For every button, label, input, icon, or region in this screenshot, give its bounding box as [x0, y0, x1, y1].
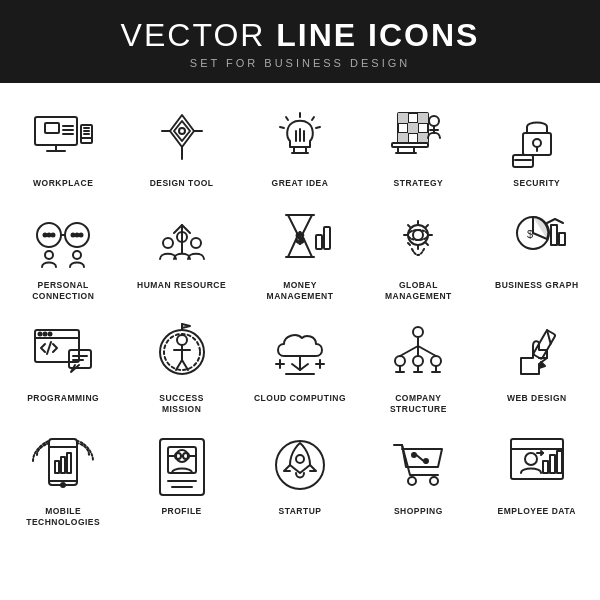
icon-cell-great-idea: GREAT IDEA: [241, 93, 359, 195]
startup-label: STARTUP: [278, 506, 321, 517]
svg-rect-130: [49, 439, 77, 485]
global-management-icon: [382, 203, 454, 275]
icon-cell-success-mission: SUCCESSMISSION: [122, 308, 240, 421]
company-structure-icon: [382, 316, 454, 388]
svg-point-119: [431, 356, 441, 366]
svg-text:$: $: [296, 230, 304, 246]
svg-rect-37: [398, 133, 408, 143]
svg-rect-35: [418, 113, 428, 123]
strategy-label: STRATEGY: [394, 178, 444, 189]
personal-connection-icon: [27, 203, 99, 275]
web-design-icon: [501, 316, 573, 388]
employee-data-icon: [501, 429, 573, 501]
svg-point-99: [177, 335, 187, 345]
svg-line-24: [280, 127, 284, 128]
svg-point-63: [163, 238, 173, 248]
workplace-label: WORKPLACE: [33, 178, 93, 189]
icon-cell-global-management: GLOBALMANAGEMENT: [359, 195, 477, 308]
svg-line-78: [408, 225, 410, 227]
svg-line-81: [408, 243, 410, 245]
svg-rect-134: [55, 461, 59, 473]
strategy-icon: [382, 101, 454, 173]
svg-rect-34: [398, 113, 408, 123]
svg-rect-38: [418, 133, 428, 143]
workplace-icon: [27, 101, 99, 173]
svg-text:$: $: [527, 228, 533, 240]
title-light: VECTOR: [121, 17, 277, 53]
svg-line-22: [286, 117, 288, 120]
success-mission-icon: [146, 316, 218, 388]
icon-cell-human-resource: HUMAN RESOURCE: [122, 195, 240, 308]
svg-rect-136: [67, 453, 71, 473]
svg-rect-1: [45, 123, 59, 133]
svg-point-147: [276, 441, 324, 489]
mobile-technologies-label: MOBILE TECHNOLOGIES: [8, 506, 118, 528]
business-graph-label: BUSINESS GRAPH: [495, 280, 579, 291]
svg-rect-127: [533, 330, 556, 359]
svg-marker-129: [539, 362, 545, 368]
company-structure-label: COMPANYSTRUCTURE: [390, 393, 447, 415]
svg-point-57: [76, 234, 79, 237]
icon-cell-programming: PROGRAMMING: [4, 308, 122, 421]
web-design-label: WEB DESIGN: [507, 393, 567, 404]
svg-point-91: [39, 333, 42, 336]
great-idea-icon: [264, 101, 336, 173]
human-resource-icon: [146, 203, 218, 275]
business-graph-icon: $: [501, 203, 573, 275]
icon-cell-workplace: WORKPLACE: [4, 93, 122, 195]
page-header: VECTOR LINE ICONS SET FOR BUSINESS DESIG…: [0, 0, 600, 83]
svg-line-103: [182, 360, 188, 370]
svg-point-153: [424, 459, 428, 463]
svg-rect-71: [324, 227, 330, 249]
programming-label: PROGRAMMING: [27, 393, 99, 404]
programming-icon: [27, 316, 99, 388]
svg-point-53: [44, 234, 47, 237]
shopping-label: SHOPPING: [394, 506, 443, 517]
security-icon: [501, 101, 573, 173]
great-idea-label: GREAT IDEA: [272, 178, 329, 189]
svg-point-72: [408, 225, 428, 245]
icon-cell-company-structure: COMPANYSTRUCTURE: [359, 308, 477, 421]
title-bold: LINE ICONS: [276, 17, 479, 53]
svg-line-114: [400, 346, 418, 356]
icon-cell-personal-connection: PERSONALCONNECTION: [4, 195, 122, 308]
startup-icon: [264, 429, 336, 501]
icon-cell-strategy: STRATEGY: [359, 93, 477, 195]
icon-cell-profile: PROFILE: [122, 421, 240, 534]
svg-line-94: [47, 342, 51, 354]
svg-point-150: [430, 477, 438, 485]
icon-cell-employee-data: EMPLOYEE DATA: [478, 421, 596, 534]
svg-point-92: [44, 333, 47, 336]
svg-point-73: [413, 230, 423, 240]
design-tool-label: DESIGN TOOL: [150, 178, 214, 189]
human-resource-label: HUMAN RESOURCE: [137, 280, 226, 291]
money-management-label: MONEYMANAGEMENT: [267, 280, 334, 302]
svg-rect-159: [557, 451, 562, 473]
svg-point-156: [525, 453, 537, 465]
success-mission-label: SUCCESSMISSION: [159, 393, 204, 415]
icon-cell-shopping: SHOPPING: [359, 421, 477, 534]
personal-connection-label: PERSONALCONNECTION: [32, 280, 94, 302]
svg-rect-158: [550, 455, 555, 473]
shopping-icon: [382, 429, 454, 501]
svg-line-25: [316, 127, 320, 128]
svg-point-152: [412, 453, 416, 457]
svg-point-58: [80, 234, 83, 237]
employee-data-label: EMPLOYEE DATA: [498, 506, 576, 517]
svg-point-54: [48, 234, 51, 237]
svg-point-148: [296, 455, 304, 463]
header-title: VECTOR LINE ICONS: [10, 18, 590, 53]
svg-point-55: [52, 234, 55, 237]
cloud-computing-label: CLOUD COMPUTING: [254, 393, 346, 404]
icon-cell-web-design: WEB DESIGN: [478, 308, 596, 421]
icon-cell-cloud-computing: CLOUD COMPUTING: [241, 308, 359, 421]
svg-point-82: [408, 230, 428, 240]
design-tool-icon: [146, 101, 218, 173]
svg-line-23: [312, 117, 314, 120]
svg-rect-86: [551, 225, 557, 245]
svg-line-80: [426, 225, 428, 227]
security-label: SECURITY: [513, 178, 560, 189]
svg-point-47: [533, 139, 541, 147]
icon-cell-security: SECURITY: [478, 93, 596, 195]
svg-rect-135: [61, 457, 65, 473]
